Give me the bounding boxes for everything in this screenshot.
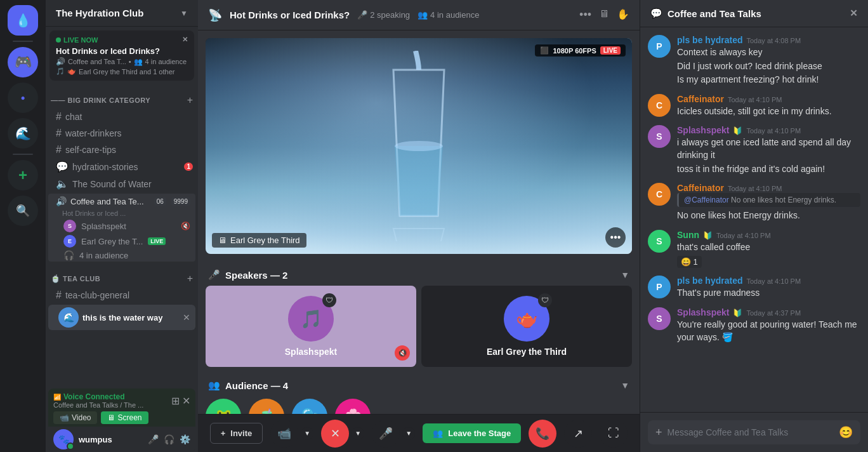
channel-water-drinkers[interactable]: # water-drinkers [46, 125, 198, 142]
stage-footer: + Invite 📹 ▼ ✕ ▼ 🎤 ▼ 👥 Leave the Stage [198, 414, 640, 452]
live-dot [56, 37, 61, 43]
expand-btn[interactable]: ↗ [564, 420, 592, 448]
screen-btn[interactable]: 🖥 Screen [101, 411, 148, 424]
audience-section-header[interactable]: 👥 Audience — 4 ▼ [206, 372, 632, 396]
msg-text-6: That's pure madness [677, 287, 860, 300]
tea-category-add[interactable]: + [187, 273, 193, 284]
msg-time-3: Today at 4:10 PM [746, 127, 801, 135]
boost-badge-7: 🔰 [733, 309, 742, 317]
msg-text-2: Icicles outside, still got ice in my dri… [677, 105, 860, 118]
discord-logo: 🎮 [15, 54, 32, 70]
video-icon: 📹 [60, 413, 69, 422]
channels-list: —— BIG DRINK CATEGORY + # chat # water-d… [46, 82, 198, 389]
channel-chat[interactable]: # chat [46, 109, 198, 125]
video-chevron[interactable]: ▼ [301, 427, 313, 440]
leave-stage-button[interactable]: 👥 Leave the Stage [423, 423, 521, 443]
signal-icon: 📶 [53, 394, 61, 401]
live-banner-close[interactable]: ✕ [182, 36, 188, 44]
voice-member-earl[interactable]: E Earl Grey the T... LIVE [48, 234, 195, 249]
channel-self-care[interactable]: # self-care-tips [46, 142, 198, 158]
water-way-name: this is the water way [82, 313, 179, 322]
mic-icon[interactable]: 🎤 [148, 434, 159, 444]
msg-content-1: pls be hydrated Today at 4:08 PM Context… [677, 35, 860, 86]
add-attachment-icon[interactable]: + [655, 426, 662, 439]
category-add-btn[interactable]: + [187, 95, 193, 106]
speaker-shield-earl: 🛡 [538, 293, 552, 307]
video-footer-btn[interactable]: 📹 [270, 420, 298, 448]
channel-name-tea: tea-club-general [65, 290, 193, 300]
stage-content: 🎤 Speakers — 2 ▼ 🎵 🛡 Splashspekt 🔇 🫖 🛡 [198, 262, 640, 414]
mute-icon: 🔇 [181, 222, 190, 230]
msg-time-4: Today at 4:10 PM [728, 185, 782, 192]
hash-icon: # [56, 111, 62, 123]
live-now-title: Hot Drinks or Iced Drinks? [56, 46, 188, 56]
voice-member-splash[interactable]: S Splashspekt 🔇 [48, 218, 195, 234]
msg-header-6: pls be hydrated Today at 4:10 PM [677, 276, 860, 286]
user-avatar-wrap: 🐾 [53, 429, 74, 449]
people-meta-icon: 👥 [418, 10, 428, 20]
audience-member-4: 🌸 [335, 399, 371, 414]
raise-hand-icon[interactable]: ✋ [617, 8, 629, 22]
video-btn[interactable]: 📹 Video [53, 411, 97, 424]
stage-topbar-icon: 📡 [208, 8, 222, 22]
channel-tea-general[interactable]: # tea-club-general [46, 287, 198, 303]
mic-action-group: 🎤 ▼ [372, 420, 415, 448]
server-icon-3[interactable]: 🌊 [8, 118, 38, 149]
stage-area: 📡 Hot Drinks or Iced Drinks? 🎤 2 speakin… [198, 0, 640, 452]
msg-author-2: Caffeinator [677, 94, 724, 104]
speaker-name-splash: Splashspekt [285, 347, 337, 357]
mic-chevron[interactable]: ▼ [402, 427, 415, 440]
video-more-btn[interactable]: ••• [605, 227, 626, 248]
chat-close-btn[interactable]: ✕ [850, 8, 858, 19]
add-server-btn[interactable]: + [8, 160, 38, 190]
msg-time-5: Today at 4:10 PM [716, 232, 771, 239]
msg-text-7: You're really good at pouring water! Tea… [677, 319, 860, 343]
fullscreen-icon: ⛶ [608, 427, 619, 440]
channel-hydration-stories[interactable]: 💬 hydration-stories 1 [46, 158, 198, 175]
chat-input[interactable] [667, 427, 834, 437]
channel-water-way[interactable]: 🌊 this is the water way ✕ [48, 305, 195, 330]
voice-channel-header[interactable]: 🔊 Coffee and Tea Te... 06 9999 [48, 194, 195, 209]
invite-button[interactable]: + Invite [210, 423, 263, 444]
msg-content-3: Splashspekt 🔰 Today at 4:10 PM i always … [677, 125, 860, 175]
settings-icon[interactable]: ⚙️ [180, 434, 190, 444]
live-now-label: LIVE NOW ✕ [56, 36, 188, 44]
screen-view-icon[interactable]: 🖥 [599, 8, 609, 22]
live-now-speakers: 🎵 🫖 Earl Grey the Third and 1 other [56, 67, 188, 76]
speakers-grid: 🎵 🛡 Splashspekt 🔇 🫖 🛡 Earl Grey the Thir… [206, 286, 632, 367]
leave-label: Leave the Stage [448, 429, 511, 438]
headphone-icon-2[interactable]: 🎧 [164, 434, 174, 444]
channel-badge: 1 [184, 163, 193, 171]
vc-expand-icon[interactable]: ⊞ [171, 395, 180, 407]
screen-label: Screen [117, 413, 141, 422]
camera-off-btn[interactable]: ✕ [321, 420, 349, 448]
water-way-info: this is the water way [82, 313, 179, 322]
fullscreen-btn[interactable]: ⛶ [600, 420, 628, 448]
msg-avatar-2: C [648, 94, 671, 117]
water-way-close[interactable]: ✕ [183, 312, 190, 322]
mic-footer-icon: 🎤 [379, 427, 393, 441]
more-options-icon[interactable]: ••• [579, 8, 591, 22]
speakers-section-header[interactable]: 🎤 Speakers — 2 ▼ [206, 262, 632, 286]
emoji-btn[interactable]: 😊 [839, 425, 853, 439]
msg-reaction-5[interactable]: 😄 1 [677, 253, 860, 268]
server-icon-discord[interactable]: 🎮 [8, 47, 38, 77]
speaker-card-earl: 🫖 🛡 Earl Grey the Third [421, 286, 632, 367]
msg-avatar-5: S [648, 230, 671, 253]
msg-time-1: Today at 4:08 PM [746, 37, 801, 44]
thread-icon: 💬 [56, 161, 69, 173]
vc-disconnect-icon[interactable]: ✕ [182, 395, 190, 407]
msg-text-1a: Context is always key [677, 46, 860, 59]
channel-sound-of-water[interactable]: 🔈 The Sound of Water [46, 175, 198, 192]
msg-author-4: Caffeinator [677, 183, 724, 193]
sidebar-header[interactable]: The Hydration Club ▼ [46, 0, 198, 27]
server-icon-label: ● [20, 93, 25, 102]
server-icon-2[interactable]: ● [8, 83, 38, 113]
end-call-btn[interactable]: 📞 [529, 420, 556, 448]
channel-name-3: self-care-tips [65, 145, 193, 155]
camera-chevron[interactable]: ▼ [352, 427, 364, 440]
explore-btn[interactable]: 🔍 [8, 196, 38, 226]
mic-footer-btn[interactable]: 🎤 [372, 420, 400, 448]
live-banner: LIVE NOW ✕ Hot Drinks or Iced Drinks? 🔊 … [49, 30, 194, 81]
server-icon-hydration[interactable]: 💧 [8, 5, 38, 36]
